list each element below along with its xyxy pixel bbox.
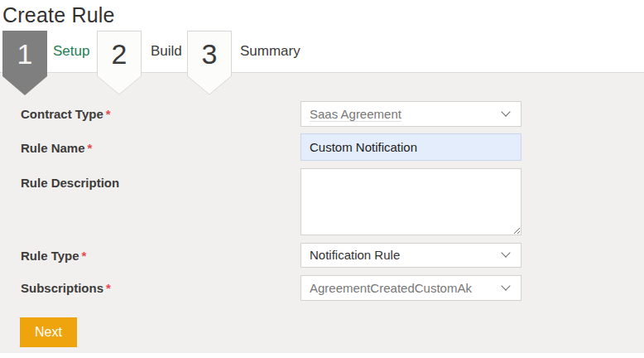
- rule-type-value: Notification Rule: [310, 248, 400, 262]
- wizard-step-2-label[interactable]: Build: [151, 42, 182, 60]
- step-2-number: 2: [97, 34, 142, 74]
- wizard-step-3-summary[interactable]: 3: [187, 31, 232, 95]
- required-asterisk: *: [103, 281, 111, 295]
- page-title: Create Rule: [2, 2, 115, 28]
- wizard-step-2-build[interactable]: 2: [97, 31, 142, 95]
- chevron-down-icon: [501, 107, 510, 116]
- wizard-step-3-label[interactable]: Summary: [240, 42, 300, 60]
- subscriptions-label: Subscriptions*: [21, 281, 111, 296]
- contract-type-select[interactable]: Saas Agreement: [300, 101, 521, 127]
- step-3-number: 3: [187, 34, 232, 74]
- wizard-step-1-setup[interactable]: 1: [2, 31, 47, 95]
- required-asterisk: *: [103, 107, 111, 121]
- step-1-number: 1: [2, 34, 47, 74]
- rule-name-input[interactable]: [300, 133, 521, 161]
- wizard-step-1-label[interactable]: Setup: [53, 42, 89, 60]
- required-asterisk: *: [85, 141, 93, 155]
- required-asterisk: *: [79, 249, 87, 263]
- chevron-down-icon: [501, 248, 510, 257]
- rule-type-select[interactable]: Notification Rule: [300, 243, 521, 268]
- subscriptions-select[interactable]: AgreementCreatedCustomAk: [300, 275, 521, 301]
- contract-type-value: Saas Agreement: [310, 107, 401, 122]
- rule-name-label: Rule Name*: [21, 141, 92, 156]
- rule-type-label: Rule Type*: [21, 249, 86, 264]
- rule-description-textarea[interactable]: [300, 168, 521, 235]
- subscriptions-value: AgreementCreatedCustomAk: [310, 281, 472, 295]
- rule-description-label: Rule Description: [21, 176, 119, 191]
- chevron-down-icon: [501, 281, 510, 290]
- create-rule-page: Create Rule 1 Setup 2 Build 3 Summary Co…: [0, 0, 644, 358]
- contract-type-label: Contract Type*: [21, 107, 111, 122]
- next-button[interactable]: Next: [20, 317, 77, 347]
